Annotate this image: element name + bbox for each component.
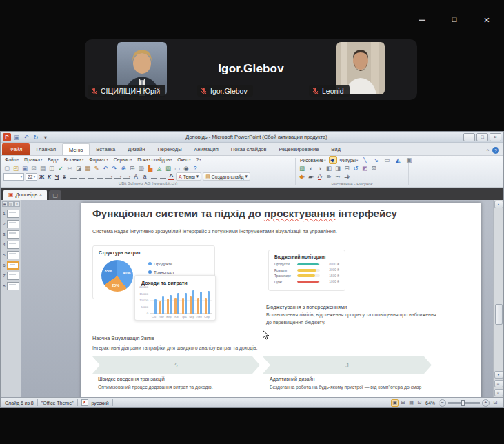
font-color-icon[interactable]: А▾ — [316, 172, 324, 181]
feature-banner[interactable]: ϟ — [92, 356, 260, 374]
zoom-in-button[interactable]: + — [482, 399, 490, 407]
close-pane-icon[interactable]: × — [14, 201, 20, 207]
slide-thumbnail-1[interactable]: 1 — [1, 208, 21, 219]
font-size-select[interactable]: 22▾ — [26, 173, 37, 181]
slide-thumbnail-image[interactable] — [7, 241, 19, 249]
ribbon-tab[interactable]: Анимация — [188, 143, 225, 155]
print-icon[interactable]: ▤ — [39, 164, 47, 172]
font-name-select[interactable]: ▾ — [3, 173, 24, 181]
print-preview-icon[interactable]: ◫ — [48, 164, 56, 172]
slide-thumbnail-7[interactable]: 7 — [1, 270, 21, 281]
slide-sorter-icon[interactable]: ⊞ — [399, 399, 407, 407]
collapse-ribbon-icon[interactable]: ^ — [487, 148, 489, 153]
numbered-list-icon[interactable]: ▾ — [114, 172, 122, 181]
spelling-icon[interactable]: ✓ — [57, 164, 65, 172]
slide-thumbnail-4[interactable]: 4 — [1, 239, 21, 250]
grow-font-icon[interactable]: А — [132, 172, 140, 181]
close-tab-icon[interactable]: × — [39, 192, 42, 197]
save-icon[interactable]: ▣ — [12, 133, 21, 141]
scrollbar-track[interactable] — [494, 209, 503, 370]
slide-thumbnail-2[interactable]: 2 — [1, 219, 21, 229]
zoom-slider-thumb[interactable] — [461, 400, 465, 406]
align-right-icon[interactable] — [87, 172, 95, 181]
budget-body[interactable]: Встановлення лімітів, відстеження прогре… — [266, 312, 440, 327]
reading-view-icon[interactable]: ▤ — [407, 399, 415, 407]
email-icon[interactable]: ✉ — [30, 164, 38, 172]
budget-monitor-card[interactable]: Бюджетний моніторинг Продукти8000 ₴Розва… — [268, 250, 345, 291]
shape-outline-icon[interactable]: ▰▾ — [307, 172, 315, 181]
open-icon[interactable]: ◰ — [12, 164, 20, 172]
text-box-icon[interactable]: ▭ — [383, 156, 391, 164]
redo-icon[interactable]: ↷▾ — [110, 164, 119, 172]
menu-item[interactable]: Сервис▾ — [114, 157, 132, 162]
ribbon-tab[interactable]: Переходы — [151, 143, 188, 155]
picture-frame-icon[interactable]: ▣ — [405, 156, 413, 164]
maximize-button[interactable]: □ — [446, 12, 463, 26]
fit-to-window-button[interactable]: ⊡ — [492, 399, 499, 407]
recolor-icon[interactable]: ◩ — [361, 164, 369, 172]
bullet-list-icon[interactable]: ▾ — [123, 172, 131, 181]
themes-button[interactable]: АТемы▾ — [176, 172, 201, 181]
slide-thumbnail-5[interactable]: 5 — [1, 250, 21, 260]
theme-name[interactable]: "Office Theme" — [41, 401, 74, 405]
insert-chart-icon[interactable]: ▙ — [146, 164, 154, 172]
arrow-icon[interactable]: ↘ — [372, 156, 380, 164]
header-footer-icon[interactable]: ▭ — [173, 164, 181, 172]
menu-item[interactable]: Показ слайдов▾ — [137, 157, 172, 162]
slide-thumbnail-image[interactable] — [7, 282, 19, 290]
language-indicator[interactable]: русский — [92, 401, 109, 405]
feature-title[interactable]: Адаптивний дизайн — [270, 376, 314, 382]
align-center-icon[interactable] — [78, 172, 86, 181]
minimize-button[interactable]: ─ — [414, 12, 430, 26]
ribbon-tab[interactable]: Показ слайдов — [225, 143, 273, 155]
ribbon-tab[interactable]: Вставка — [90, 143, 121, 155]
zoom-level[interactable]: 64% — [425, 401, 435, 405]
slideshow-icon[interactable]: ⊡ — [416, 399, 423, 407]
strikethrough-button[interactable]: S — [61, 174, 68, 179]
scrollbar-thumb[interactable] — [495, 304, 503, 325]
slide-thumbnail-image[interactable] — [7, 261, 19, 270]
feature-banner[interactable]: J — [263, 356, 432, 374]
align-left-icon[interactable] — [69, 172, 77, 181]
format-painter-icon[interactable]: ✎ — [92, 164, 101, 172]
insert-table-icon[interactable]: ⊞▾ — [128, 164, 137, 172]
insert-picture-icon[interactable]: ▧ — [164, 164, 172, 172]
shrink-font-icon[interactable]: а — [141, 172, 149, 181]
budget-heading[interactable]: Бюджетування з попередженнями — [266, 304, 347, 310]
brightness-increase-icon[interactable]: ◐ — [307, 164, 315, 172]
decrease-indent-icon[interactable] — [150, 172, 158, 181]
feature-title[interactable]: Швидке введення транзакцій — [98, 376, 165, 382]
shape-fill-icon[interactable]: ◆▾ — [298, 172, 306, 181]
new-slide-button[interactable]: ▤Создать слайд▾ — [203, 172, 250, 181]
menu-item[interactable]: Правка▾ — [24, 157, 42, 162]
menu-item[interactable]: Вид▾ — [48, 157, 59, 162]
document-tab[interactable]: ▣ Доповідь × — [3, 190, 47, 200]
undo-icon[interactable]: ↶ — [22, 133, 30, 141]
line-icon[interactable]: ╲ — [361, 156, 369, 164]
slide-thumbnail-image[interactable] — [7, 251, 19, 259]
qat-menu-icon[interactable]: ▾ — [41, 133, 50, 141]
slide-thumbnail-image[interactable] — [7, 272, 19, 280]
cut-icon[interactable]: ✂ — [65, 164, 74, 172]
feature-body[interactable]: Оптимізований процес додавання витрат та… — [98, 385, 213, 390]
app-icon[interactable]: P — [3, 133, 11, 141]
save-icon[interactable]: ▣ — [21, 164, 29, 172]
slide-canvas[interactable]: Функціонал системи та підхід до проєктув… — [81, 203, 481, 397]
menu-item[interactable]: Вставка▾ — [64, 157, 84, 162]
paste-icon[interactable]: ▦ — [83, 164, 92, 172]
slide-thumbnail-image[interactable] — [7, 230, 19, 239]
font-color-button[interactable]: А — [168, 173, 174, 180]
menu-item[interactable]: Рисование▾ — [300, 158, 326, 163]
picture-icon[interactable]: ▧ — [298, 164, 306, 172]
slide-thumbnail-image[interactable] — [7, 210, 19, 218]
crop-icon[interactable]: ⊟ — [343, 164, 351, 172]
bold-button[interactable]: Ж — [39, 174, 45, 180]
italic-button[interactable]: К — [46, 174, 52, 180]
insert-columns-icon[interactable]: ▥▾ — [137, 164, 145, 172]
help-icon[interactable]: ? — [492, 147, 499, 154]
menu-item[interactable]: Окно▾ — [177, 157, 190, 162]
insert-smartart-icon[interactable]: ◬ — [155, 164, 163, 172]
menu-item[interactable]: ?▾ — [196, 157, 201, 162]
normal-view-icon[interactable]: ▣ — [391, 399, 399, 407]
ribbon-tab[interactable]: Рецензирование — [272, 143, 325, 155]
